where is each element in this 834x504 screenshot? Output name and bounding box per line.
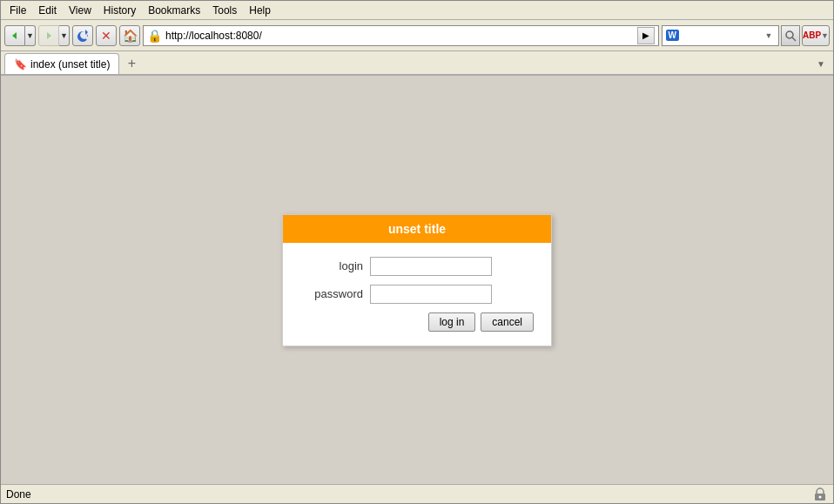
back-btn-group: ▼ <box>4 25 36 46</box>
back-dropdown-button[interactable]: ▼ <box>25 25 36 46</box>
login-row: login <box>300 257 534 276</box>
address-input[interactable] <box>165 30 634 42</box>
tab-label: index (unset title) <box>30 58 110 71</box>
menu-tools[interactable]: Tools <box>207 3 242 18</box>
menu-history[interactable]: History <box>98 3 141 18</box>
address-bar[interactable]: 🔒 ▶ <box>143 25 659 46</box>
password-label: password <box>300 287 370 300</box>
status-security-icon[interactable] <box>812 487 828 502</box>
back-button[interactable] <box>4 25 25 46</box>
login-title: unset title <box>283 215 551 243</box>
search-engine-badge: W <box>666 30 679 41</box>
svg-line-4 <box>792 37 796 41</box>
svg-marker-0 <box>12 32 17 39</box>
abp-label: ABP <box>803 30 821 40</box>
password-row: password <box>300 285 534 304</box>
page-content: unset title login password log in cancel <box>1 76 833 484</box>
forward-btn-group: ▼ <box>38 25 70 46</box>
menu-help[interactable]: Help <box>244 3 276 18</box>
menu-view[interactable]: View <box>64 3 97 18</box>
login-form: login password log in cancel <box>283 243 551 346</box>
menu-file[interactable]: File <box>4 3 31 18</box>
menu-edit[interactable]: Edit <box>33 3 62 18</box>
login-label: login <box>300 259 370 272</box>
menu-bar: File Edit View History Bookmarks Tools H… <box>1 1 833 20</box>
abp-button[interactable]: ABP ▼ <box>802 25 830 46</box>
cancel-button[interactable]: cancel <box>481 312 534 332</box>
reload-button[interactable] <box>72 25 93 46</box>
stop-button[interactable]: ✕ <box>96 25 117 46</box>
svg-marker-1 <box>47 32 51 39</box>
active-tab[interactable]: 🔖 index (unset title) <box>4 53 119 74</box>
svg-point-6 <box>819 495 822 498</box>
status-text: Done <box>6 488 31 501</box>
password-input[interactable] <box>370 285 492 304</box>
login-box: unset title login password log in cancel <box>282 214 552 346</box>
search-section: W ▼ ABP ▼ <box>662 25 830 46</box>
status-bar: Done <box>1 484 833 503</box>
svg-marker-2 <box>85 30 88 35</box>
form-buttons: log in cancel <box>300 312 534 332</box>
new-tab-button[interactable]: + <box>123 55 140 72</box>
search-bar[interactable]: W ▼ <box>662 25 779 46</box>
home-button[interactable]: 🏠 <box>119 25 140 46</box>
forward-button[interactable] <box>38 25 59 46</box>
tab-favicon: 🔖 <box>14 58 27 71</box>
search-dropdown-button[interactable]: ▼ <box>763 26 775 45</box>
tab-bar: 🔖 index (unset title) + ▼ <box>1 51 833 76</box>
login-input[interactable] <box>370 257 492 276</box>
tab-list-dropdown[interactable]: ▼ <box>812 53 830 74</box>
toolbar: ▼ ▼ ✕ 🏠 🔒 ▶ W <box>1 20 833 51</box>
address-favicon: 🔒 <box>147 29 162 43</box>
search-input[interactable] <box>682 30 760 42</box>
browser-window: File Edit View History Bookmarks Tools H… <box>0 0 834 504</box>
forward-dropdown-button[interactable]: ▼ <box>59 25 70 46</box>
svg-point-3 <box>786 31 793 38</box>
login-button[interactable]: log in <box>428 312 476 332</box>
menu-bookmarks[interactable]: Bookmarks <box>143 3 205 18</box>
address-go-button[interactable]: ▶ <box>637 27 655 44</box>
search-go-button[interactable] <box>781 25 800 46</box>
